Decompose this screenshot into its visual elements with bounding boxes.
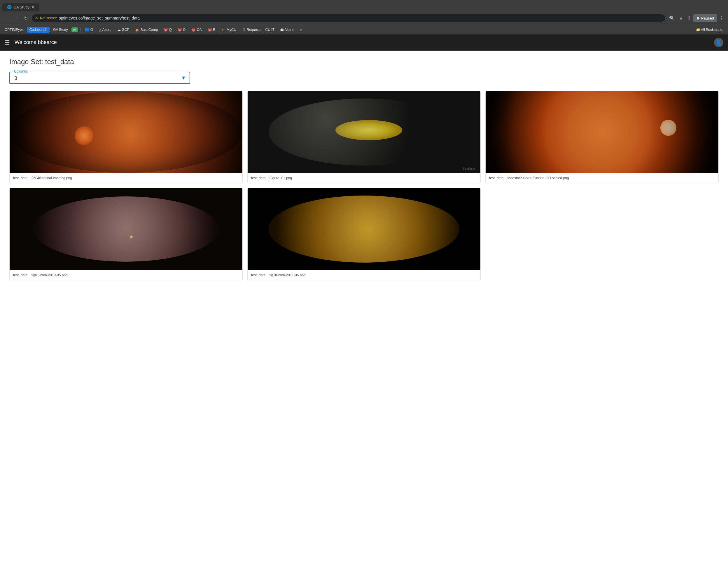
image-wrapper-3 — [486, 91, 718, 173]
security-label: Not secure — [40, 16, 57, 20]
columns-field[interactable]: Columns 1 2 3 4 5 ▼ — [9, 72, 190, 84]
security-icon: ⚠ — [35, 16, 38, 20]
image-card-5[interactable]: test_data__fig1b-com-2011-06.png — [247, 188, 481, 280]
bookmarks-divider-1: | — [80, 27, 81, 32]
hamburger-menu-button[interactable]: ☰ — [5, 39, 10, 46]
bookmark-azure[interactable]: △ Azure — [97, 27, 114, 33]
paused-icon: ⏸ — [696, 16, 700, 20]
image-grid: test_data__25046-retinal-imaging.png Eye… — [9, 91, 719, 280]
bookmark-basecamp[interactable]: ⛺ BaseCamp — [133, 27, 160, 33]
app-title: Welcome bbearce — [15, 39, 714, 45]
image-caption-2: test_data__Figure_01.png — [248, 173, 480, 183]
back-button[interactable]: ← — [2, 14, 11, 22]
image-caption-1: test_data__25046-retinal-imaging.png — [10, 173, 242, 183]
bookmark-ga-study[interactable]: GA Study — [51, 27, 70, 33]
bookmark-github-o[interactable]: 🐙 O — [175, 27, 188, 33]
image-wrapper-4 — [10, 188, 242, 270]
tab-close-icon[interactable]: ✕ — [31, 5, 34, 9]
bookmark-github-oa[interactable]: 🐙 OA — [189, 27, 204, 33]
bookmark-github-q[interactable]: 🐙 Q — [161, 27, 174, 33]
bookmark-requests[interactable]: 🖨 Requests – CU IT — [240, 27, 277, 33]
columns-label: Columns — [13, 69, 29, 73]
browser-chrome: 🌐 GA Study ✕ ← → ↻ ⚠ Not secure optimeye… — [0, 0, 728, 34]
bookmark-github-b[interactable]: 🐙 B — [205, 27, 218, 33]
image-caption-4: test_data__fig01-com-2019-05.png — [10, 270, 242, 280]
bookmark-star-icon[interactable]: ★ — [677, 14, 685, 22]
image-card-4[interactable]: test_data__fig01-com-2019-05.png — [9, 188, 243, 280]
bookmark-gcp[interactable]: ☁ GCP — [115, 27, 132, 33]
download-icon[interactable]: ⇩ — [685, 14, 693, 22]
bookmark-optimeyes[interactable]: OPTIMEyes — [2, 27, 26, 33]
page-title: Image Set: test_data — [9, 58, 719, 66]
browser-tabs: 🌐 GA Study ✕ — [0, 0, 728, 12]
reload-button[interactable]: ↻ — [22, 14, 29, 22]
image-wrapper-2: EyeRoun... — [248, 91, 480, 173]
forward-button[interactable]: → — [12, 14, 20, 22]
tab-favicon: 🌐 — [7, 5, 12, 9]
image-caption-5: test_data__fig1b-com-2011-06.png — [248, 270, 480, 280]
url-display: optimeyes.co/image_set_summary/test_data — [59, 16, 140, 20]
paused-button[interactable]: ⏸ Paused — [693, 14, 717, 22]
all-bookmarks-button[interactable]: 📁 All Bookmarks — [694, 27, 726, 33]
search-icon[interactable]: 🔍 — [667, 14, 677, 22]
browser-toolbar: ← → ↻ ⚠ Not secure optimeyes.co/image_se… — [0, 12, 728, 24]
tab-label: GA Study — [13, 5, 29, 9]
active-tab[interactable]: 🌐 GA Study ✕ — [2, 3, 39, 11]
bookmark-alpine[interactable]: 🏔 Alpine — [278, 27, 297, 33]
bookmarks-more-button[interactable]: » — [298, 27, 305, 33]
app-bar: ☰ Welcome bbearce 👤 — [0, 34, 728, 51]
bookmark-o1[interactable]: 🟦 O — [83, 27, 95, 33]
menu-icon[interactable]: ⋮ — [717, 14, 726, 22]
address-bar[interactable]: ⚠ Not secure optimeyes.co/image_set_summ… — [31, 14, 666, 22]
bookmark-codabench[interactable]: Codabench — [27, 27, 50, 33]
columns-select[interactable]: 1 2 3 4 5 — [15, 76, 185, 81]
image-wrapper-5 — [248, 188, 480, 270]
paused-label: Paused — [701, 16, 714, 20]
image-2-watermark: EyeRoun... — [463, 167, 477, 171]
image-card-1[interactable]: test_data__25046-retinal-imaging.png — [9, 91, 243, 183]
image-wrapper-1 — [10, 91, 242, 173]
main-content: Image Set: test_data Columns 1 2 3 4 5 ▼… — [0, 51, 728, 561]
user-avatar[interactable]: 👤 — [714, 38, 723, 47]
bookmark-mycu[interactable]: 🎓 MyCU — [219, 27, 239, 33]
image-card-2[interactable]: EyeRoun... test_data__Figure_01.png — [247, 91, 481, 183]
image-caption-3: test_data__Maestro2-Color-Fundus-OD-scal… — [486, 173, 718, 183]
bookmark-ai[interactable]: AI — [71, 27, 78, 32]
image-card-3[interactable]: test_data__Maestro2-Color-Fundus-OD-scal… — [485, 91, 719, 183]
bookmarks-bar: OPTIMEyes Codabench GA Study AI | 🟦 O △ … — [0, 24, 728, 34]
toolbar-icons: 🔍 ★ ⇩ ⏸ Paused ⋮ — [667, 14, 726, 22]
